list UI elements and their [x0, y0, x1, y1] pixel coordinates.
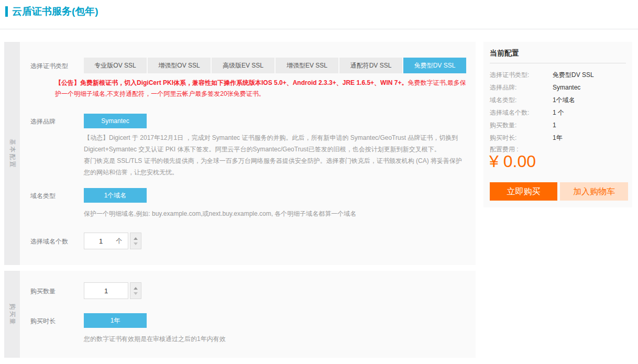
- section-basic-config: 基本配置 选择证书类型 专业版OV SSL 增强型OV SSL 高级版EV SS…: [4, 42, 476, 265]
- stepper-down-icon[interactable]: [134, 242, 138, 245]
- add-to-cart-button[interactable]: 加入购物车: [560, 182, 628, 201]
- quantity-box: [84, 282, 128, 299]
- domain-type-help: 保护一个明细域名,例如: buy.example.com,或next.buy.e…: [84, 209, 356, 218]
- section-purchase-side-label: 购买量: [8, 303, 17, 325]
- config-row-value: Symantec: [553, 84, 580, 91]
- current-config-title: 当前配置: [490, 49, 519, 58]
- domain-count-stepper[interactable]: [130, 233, 141, 249]
- tab-ev-ssl-enhanced[interactable]: 增强型EV SSL: [276, 58, 338, 73]
- config-row-value: 1年: [553, 134, 563, 141]
- duration-help: 您的数字证书有效期是在审核通过之后的1年内有效: [84, 335, 226, 344]
- duration-option-1year[interactable]: 1年: [84, 313, 147, 328]
- section-basic-side-label: 基本配置: [8, 139, 17, 168]
- config-row-quantity: 购买数量:1: [490, 119, 594, 131]
- brand-description-line1: 【动态】Digicert 于 2017年12月1日 ，完成对 Symantec …: [84, 132, 468, 155]
- quantity-input[interactable]: [95, 287, 117, 295]
- config-row-value: 免费型DV SSL: [553, 71, 594, 79]
- brand-option-symantec[interactable]: Symantec: [84, 114, 147, 128]
- section-purchase: 购买量 购买数量 购买时长 1年 您的数字证书有效期是在审核通过之后的1年内有效: [4, 271, 476, 358]
- domain-type-option[interactable]: 1个域名: [84, 188, 147, 203]
- tab-ov-ssl-pro[interactable]: 专业版OV SSL: [84, 58, 147, 73]
- config-row-label: 选择域名个数:: [490, 106, 553, 119]
- free-cert-notice-strong: 【公告】免费新根证书，切入DigiCert PKI体系，兼容性如下操作系统版本I…: [55, 79, 408, 86]
- quantity-label: 购买数量: [30, 287, 56, 296]
- config-row-label: 购买时长:: [490, 131, 553, 144]
- domain-count-input[interactable]: [90, 237, 112, 245]
- config-row-domain-count: 选择域名个数:1 个: [490, 106, 594, 119]
- current-config-divider: [490, 63, 626, 63]
- config-row-label: 购买数量:: [490, 119, 553, 131]
- config-row-label: 选择品牌:: [490, 81, 553, 94]
- brand-description-line2: 赛门铁克是 SSL/TLS 证书的领先提供商，为全球一百多万台网络服务器提供安全…: [84, 155, 468, 178]
- buy-page: 云盾证书服务(包年) 基本配置 选择证书类型 专业版OV SSL 增强型OV S…: [0, 0, 638, 364]
- section-basic-side-strip: 基本配置: [4, 42, 20, 265]
- domain-count-label: 选择域名个数: [30, 237, 68, 246]
- domain-count-group: 个: [84, 233, 141, 249]
- config-row-value: 1 个: [553, 109, 564, 116]
- config-row-duration: 购买时长:1年: [490, 131, 594, 144]
- config-row-label: 域名类型:: [490, 94, 553, 106]
- config-row-cert-type: 选择证书类型:免费型DV SSL: [490, 69, 594, 81]
- domain-type-label: 域名类型: [30, 192, 56, 201]
- domain-count-box: 个: [84, 233, 128, 249]
- config-row-value: 1个域名: [553, 96, 575, 104]
- duration-label: 购买时长: [30, 317, 56, 326]
- section-purchase-side-strip: 购买量: [4, 271, 20, 358]
- cert-type-label: 选择证书类型: [30, 62, 68, 71]
- brand-label: 选择品牌: [30, 117, 56, 126]
- quantity-group: [84, 282, 141, 299]
- config-row-domain-type: 域名类型:1个域名: [490, 94, 594, 106]
- stepper-up-icon[interactable]: [134, 287, 138, 290]
- free-cert-notice: 【公告】免费新根证书，切入DigiCert PKI体系，兼容性如下操作系统版本I…: [55, 78, 469, 100]
- title-accent-bar: [5, 6, 8, 17]
- config-row-label: 选择证书类型:: [490, 69, 553, 81]
- current-config-rows: 选择证书类型:免费型DV SSL 选择品牌:Symantec 域名类型:1个域名…: [490, 69, 594, 144]
- price-total: ¥ 0.00: [489, 152, 536, 171]
- stepper-down-icon[interactable]: [134, 292, 138, 295]
- quantity-stepper[interactable]: [130, 282, 141, 299]
- tab-dv-ssl-free[interactable]: 免费型DV SSL: [403, 58, 466, 73]
- tab-dv-ssl-wildcard[interactable]: 通配符DV SSL: [339, 58, 402, 73]
- title-divider: [0, 29, 638, 29]
- config-row-value: 1: [553, 122, 556, 129]
- tab-ov-ssl-enhanced[interactable]: 增强型OV SSL: [148, 58, 211, 73]
- current-config-panel: 当前配置 选择证书类型:免费型DV SSL 选择品牌:Symantec 域名类型…: [483, 42, 632, 207]
- config-row-brand: 选择品牌:Symantec: [490, 81, 594, 94]
- page-title: 云盾证书服务(包年): [12, 5, 98, 18]
- buy-now-button[interactable]: 立即购买: [490, 182, 557, 201]
- brand-description: 【动态】Digicert 于 2017年12月1日 ，完成对 Symantec …: [84, 132, 468, 178]
- cert-type-tabs: 专业版OV SSL 增强型OV SSL 高级版EV SSL 增强型EV SSL …: [84, 58, 466, 73]
- tab-ev-ssl-advanced[interactable]: 高级版EV SSL: [212, 58, 274, 73]
- stepper-up-icon[interactable]: [134, 237, 138, 240]
- domain-count-unit: 个: [116, 237, 123, 246]
